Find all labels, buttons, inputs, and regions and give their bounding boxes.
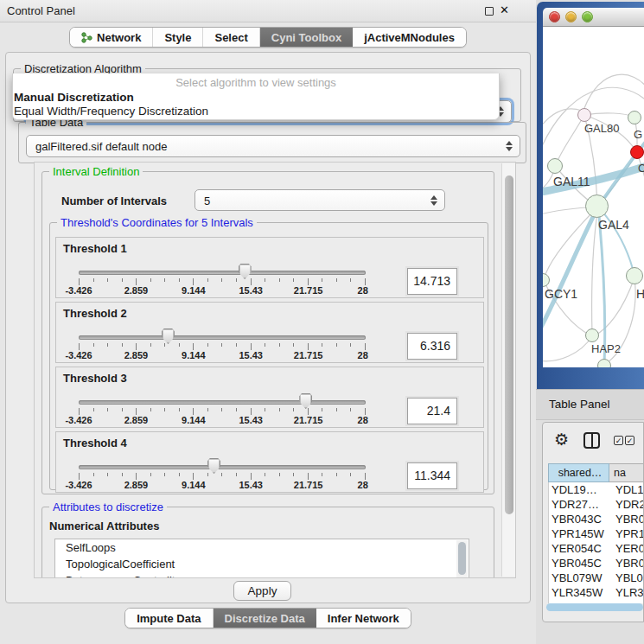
tab-network[interactable]: Network: [70, 28, 153, 47]
node-label: GCY1: [545, 287, 577, 301]
close-button[interactable]: [549, 11, 560, 22]
slider-thumb[interactable]: [162, 328, 175, 344]
network-canvas[interactable]: GAL80 G C GAL11 GAL4 GCY1 H HAP2: [543, 27, 644, 367]
table-row: YDR27…YDR2: [549, 497, 644, 512]
network-tab-icon: [81, 32, 92, 43]
numerical-attributes-list: SelfLoops TopologicalCoefficient Between…: [54, 539, 469, 578]
node-label: GAL80: [584, 122, 619, 135]
float-window-icon[interactable]: [485, 7, 494, 16]
node-label: G: [634, 128, 642, 141]
settings-scroll-viewport: Interval Definition Number of Intervals …: [34, 162, 516, 578]
chevron-updown-icon: [430, 195, 437, 206]
dropdown-option-equal-width[interactable]: Equal Width/Frequency Discretization: [13, 105, 499, 118]
table-toolbar: ⚙ ✓ ✓: [543, 423, 644, 462]
network-node-gal80[interactable]: [577, 108, 591, 122]
network-node[interactable]: [628, 111, 641, 124]
slider-ticks: [79, 343, 366, 350]
minimize-button[interactable]: [565, 11, 577, 22]
dropdown-option-manual[interactable]: Manual Discretization: [13, 91, 499, 105]
node-label: GAL11: [553, 175, 590, 188]
gear-icon[interactable]: ⚙: [554, 430, 569, 449]
right-panel: GAL80 G C GAL11 GAL4 GCY1 H HAP2 Table P…: [536, 0, 644, 644]
slider-ticks: [79, 473, 366, 480]
threshold-row-1: Threshold 1 -3.426 2.859 9.144 15.43 21.…: [55, 237, 484, 298]
settings-vertical-scrollbar[interactable]: [501, 163, 515, 577]
table-row: YBR045CYBR0: [549, 556, 644, 571]
table-row: YBR043CYBR0: [549, 512, 644, 526]
list-scrollbar-thumb[interactable]: [458, 542, 466, 575]
list-scrollbar[interactable]: [456, 540, 468, 578]
table-row: YLR345WYLR3: [549, 585, 644, 600]
threshold-value-field[interactable]: 11.344: [407, 462, 457, 489]
threshold-slider: -3.426 2.859 9.144 15.43 21.715 28: [79, 238, 366, 299]
threshold-row-4: Threshold 4 -3.426 2.859 9.144 15.43 21.…: [55, 431, 484, 493]
num-intervals-label: Number of Intervals: [61, 194, 167, 207]
threshold-value-field[interactable]: 6.316: [407, 333, 457, 360]
network-view-window: GAL80 G C GAL11 GAL4 GCY1 H HAP2: [537, 2, 644, 389]
scrollbar-thumb[interactable]: [505, 175, 513, 514]
checkbox-icon[interactable]: ✓: [614, 436, 623, 445]
network-node-gal11[interactable]: [547, 158, 563, 174]
tab-select[interactable]: Select: [203, 28, 259, 47]
node-label: HAP2: [591, 342, 621, 355]
slider-track[interactable]: [79, 465, 366, 469]
network-window-titlebar[interactable]: [543, 8, 644, 27]
network-node-gal4[interactable]: [585, 194, 609, 218]
close-icon[interactable]: ✕: [500, 3, 509, 16]
node-table: shared… na YDL19…YDL1 YDR27…YDR2 YBR043C…: [548, 463, 644, 603]
slider-track[interactable]: [79, 271, 366, 275]
table-panel-window: ⚙ ✓ ✓ shared… na YDL19…YDL1 YDR27…YDR2 Y…: [542, 422, 644, 622]
chevron-updown-icon: [506, 141, 513, 151]
algorithm-dropdown-popup: Select algorithm to view settings Manual…: [12, 73, 500, 120]
node-label: GAL4: [598, 218, 629, 232]
slider-track[interactable]: [79, 335, 366, 340]
column-header-name[interactable]: na: [609, 463, 644, 482]
tab-infer-network[interactable]: Infer Network: [316, 609, 411, 628]
tab-impute-data[interactable]: Impute Data: [125, 609, 213, 628]
apply-button[interactable]: Apply: [233, 581, 291, 601]
checkbox-icon[interactable]: ✓: [625, 436, 634, 445]
network-node[interactable]: [597, 359, 611, 367]
attributes-group: Attributes to discretize Numerical Attri…: [41, 507, 494, 578]
list-item[interactable]: SelfLoops: [55, 539, 469, 556]
threshold-slider: -3.426 2.859 9.144 15.43 21.715 28: [79, 303, 366, 364]
columns-icon[interactable]: [583, 432, 600, 449]
network-node[interactable]: [626, 267, 643, 284]
interval-definition-group: Interval Definition Number of Intervals …: [41, 171, 494, 494]
table-header-row: shared… na: [548, 463, 644, 482]
threshold-value-field[interactable]: 14.713: [407, 268, 457, 295]
control-panel-titlebar: Control Panel ✕: [0, 0, 536, 22]
top-tab-bar: Network Style Select Cyni Toolbox jActiv…: [0, 27, 536, 48]
slider-thumb[interactable]: [239, 264, 252, 279]
control-panel: Control Panel ✕ Network Style Select Cyn…: [0, 0, 536, 644]
slider-track[interactable]: [79, 400, 366, 405]
list-item[interactable]: TopologicalCoefficient: [55, 556, 469, 572]
cyni-content-panel: Discretization Algorithm Table Data galF…: [5, 52, 531, 603]
tab-cyni-toolbox[interactable]: Cyni Toolbox: [260, 28, 353, 47]
table-data-group: Table Data galFiltered.sif default node: [18, 122, 526, 163]
threshold-slider: -3.426 2.859 9.144 15.43 21.715 28: [79, 432, 366, 494]
slider-thumb[interactable]: [299, 393, 312, 409]
slider-thumb[interactable]: [207, 458, 220, 474]
group-title: Threshold's Coordinates for 5 Intervals: [57, 216, 257, 229]
column-header-shared-name[interactable]: shared…: [548, 463, 609, 482]
numerical-attributes-label: Numerical Attributes: [49, 520, 159, 532]
tab-discretize-data[interactable]: Discretize Data: [214, 609, 316, 628]
group-title: Interval Definition: [49, 165, 143, 178]
network-node-hap2[interactable]: [585, 328, 599, 342]
table-horizontal-scrollbar[interactable]: [546, 603, 643, 611]
node-label: C: [638, 162, 644, 175]
network-node-selected-red[interactable]: [630, 145, 644, 159]
table-row: YDL19…YDL1: [549, 482, 644, 497]
slider-ticks: [79, 408, 366, 415]
threshold-value-field[interactable]: 21.4: [407, 398, 457, 424]
table-data-combobox[interactable]: galFiltered.sif default node: [26, 135, 520, 157]
tab-jactivemnodules[interactable]: jActiveMNodules: [353, 28, 466, 47]
tab-style[interactable]: Style: [153, 28, 203, 47]
zoom-button[interactable]: [582, 11, 593, 22]
num-intervals-combobox[interactable]: 5: [194, 189, 445, 211]
threshold-row-2: Threshold 2 -3.426 2.859 9.144 15.43 21.…: [55, 302, 484, 363]
list-item[interactable]: BetweennessCentrality: [55, 572, 469, 578]
node-label: H: [636, 287, 644, 301]
group-title: Attributes to discretize: [49, 501, 167, 513]
